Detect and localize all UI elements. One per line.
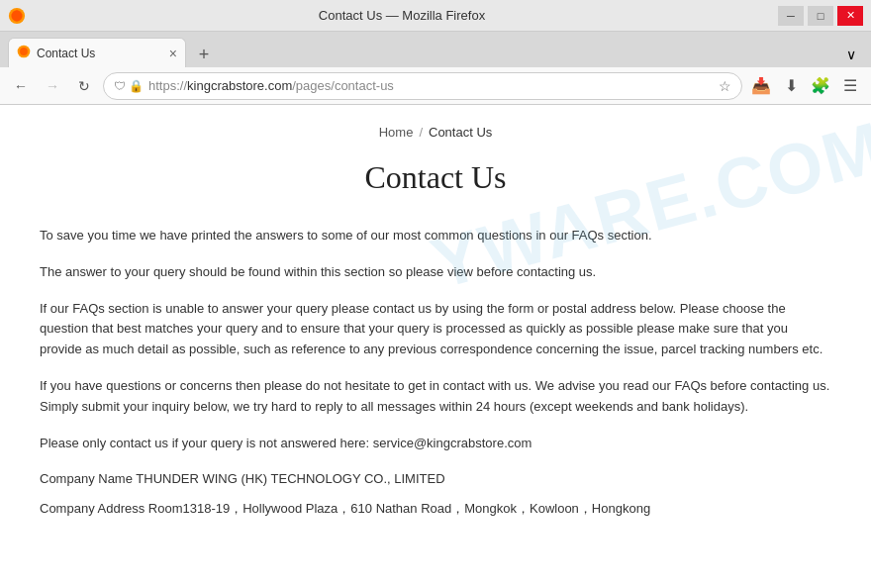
paragraph-3: If our FAQs section is unable to answer … <box>40 299 831 360</box>
tab-contact-us[interactable]: Contact Us × <box>8 38 186 67</box>
title-bar-left <box>8 7 26 25</box>
company-address: Company Address Room1318-19，Hollywood Pl… <box>40 498 831 520</box>
breadcrumb: Home / Contact Us <box>40 125 831 140</box>
browser-content: YWARE.COM Home / Contact Us Contact Us T… <box>0 105 871 588</box>
paragraph-2: The answer to your query should be found… <box>40 262 831 283</box>
domain: kingcrabstore.com <box>187 78 292 93</box>
back-button[interactable]: ← <box>8 73 34 99</box>
breadcrumb-separator: / <box>419 125 423 140</box>
breadcrumb-current: Contact Us <box>429 125 492 140</box>
tab-label: Contact Us <box>37 47 163 60</box>
address-url: https://kingcrabstore.com/pages/contact-… <box>148 78 714 93</box>
window-controls[interactable]: ─ □ ✕ <box>778 6 863 26</box>
nav-bar: ← → ↻ 🛡 🔒 https://kingcrabstore.com/page… <box>0 67 871 105</box>
paragraph-1: To save you time we have printed the ans… <box>40 226 831 246</box>
window-title: Contact Us — Mozilla Firefox <box>26 8 778 23</box>
tab-bar: Contact Us × + ∨ <box>0 32 871 67</box>
maximize-button[interactable]: □ <box>808 6 833 26</box>
lock-icon: 🔒 <box>129 79 144 93</box>
tab-menu-button[interactable]: ∨ <box>839 42 863 67</box>
download-icon[interactable]: ⬇ <box>778 73 804 99</box>
url-path: /pages/contact-us <box>292 78 394 93</box>
address-bar[interactable]: 🛡 🔒 https://kingcrabstore.com/pages/cont… <box>103 72 742 100</box>
pocket-icon[interactable]: 📥 <box>748 73 774 99</box>
shield-icon: 🛡 <box>114 79 126 93</box>
reload-button[interactable]: ↻ <box>71 73 97 99</box>
company-name: Company Name THUNDER WING (HK) TECHNOLOG… <box>40 469 831 488</box>
paragraph-5: Please only contact us if your query is … <box>40 434 831 454</box>
firefox-icon <box>8 7 26 25</box>
close-button[interactable]: ✕ <box>837 6 863 26</box>
page-title: Contact Us <box>40 159 831 196</box>
tab-favicon <box>17 45 31 61</box>
toolbar-icons: 📥 ⬇ 🧩 ☰ <box>748 73 863 99</box>
title-bar: Contact Us — Mozilla Firefox ─ □ ✕ <box>0 0 871 32</box>
svg-point-3 <box>20 48 28 55</box>
minimize-button[interactable]: ─ <box>778 6 804 26</box>
extensions-icon[interactable]: 🧩 <box>808 73 833 99</box>
breadcrumb-home[interactable]: Home <box>379 125 414 140</box>
address-security-icons: 🛡 🔒 <box>114 79 144 93</box>
address-action-icons: ☆ <box>719 78 731 94</box>
new-tab-button[interactable]: + <box>190 42 218 67</box>
tab-close-button[interactable]: × <box>169 46 177 61</box>
page-content: YWARE.COM Home / Contact Us Contact Us T… <box>10 105 861 559</box>
forward-button[interactable]: → <box>40 73 65 99</box>
paragraph-4: If you have questions or concerns then p… <box>40 376 831 418</box>
bookmark-icon[interactable]: ☆ <box>719 78 731 94</box>
menu-icon[interactable]: ☰ <box>837 73 863 99</box>
